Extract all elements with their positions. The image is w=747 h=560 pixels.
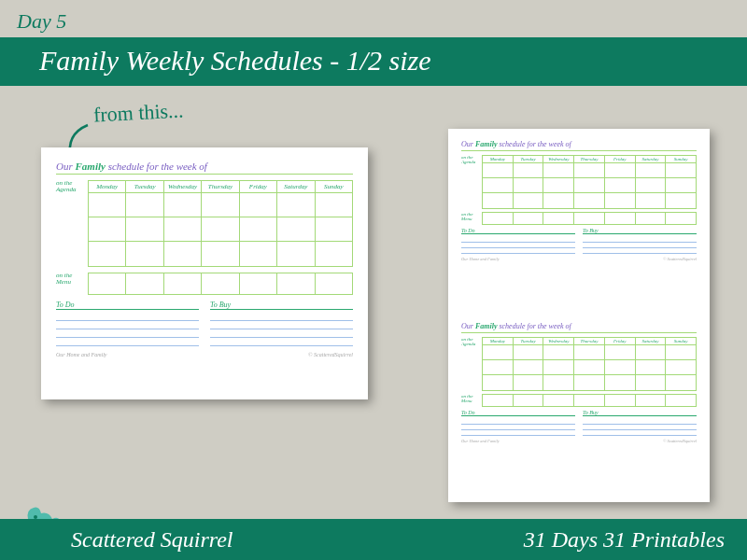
agenda-row (483, 375, 696, 390)
agenda-row (483, 163, 696, 178)
title-prefix: Our (461, 322, 475, 330)
list-line (210, 313, 353, 321)
title-bar: Family Weekly Schedules - 1/2 size (0, 37, 747, 86)
tobuy-label: To Buy (583, 228, 697, 234)
agenda-label: on the Agenda (461, 337, 478, 391)
sheet-half-size: Our Family schedule for the week of on t… (448, 129, 710, 502)
footer-right: © ScatteredSquirrel (308, 352, 353, 357)
todo-label: To Do (461, 228, 575, 234)
menu-grid (88, 273, 353, 295)
header: Day 5 Family Weekly Schedules - 1/2 size (0, 0, 747, 93)
todo-column: To Do (461, 410, 575, 436)
agenda-row (89, 193, 352, 217)
sheet-title: Our Family schedule for the week of (56, 161, 353, 175)
agenda-label: on the Agenda (461, 155, 478, 209)
tobuy-label: To Buy (210, 301, 353, 310)
day-header: Monday (89, 181, 126, 193)
todo-label: To Do (56, 301, 199, 310)
day-header: Sunday (666, 338, 696, 345)
page-title: Family Weekly Schedules - 1/2 size (39, 45, 431, 76)
agenda-grid: MondayTuesdayWednesdayThursdayFridaySatu… (482, 155, 697, 209)
sheet-title: Our Family schedule for the week of (461, 322, 697, 333)
list-line (56, 321, 199, 329)
menu-label: on the Menu (56, 273, 82, 295)
sheet-title: Our Family schedule for the week of (461, 140, 697, 151)
agenda-row (483, 360, 696, 375)
tobuy-label: To Buy (583, 410, 697, 416)
list-line (210, 329, 353, 338)
day-header: Friday (240, 181, 277, 193)
day-header: Thursday (574, 156, 605, 163)
footer-left: Our Home and Family (461, 439, 500, 443)
footer-left: Our Home and Family (56, 352, 107, 357)
agenda-grid: Monday Tuesday Wednesday Thursday Friday… (88, 180, 353, 267)
list-line (210, 338, 353, 346)
sheet-full-size: Our Family schedule for the week of on t… (41, 147, 368, 399)
footer-right: © ScatteredSquirrel (663, 439, 697, 443)
tobuy-column: To Buy (583, 228, 697, 254)
agenda-header-row: MondayTuesdayWednesdayThursdayFridaySatu… (483, 338, 696, 345)
half-sheet-top: Our Family schedule for the week of on t… (461, 140, 697, 309)
sheet-footer: Our Home and Family © ScatteredSquirrel (461, 439, 697, 443)
title-family: Family (75, 161, 105, 172)
agenda-label: on the Agenda (56, 180, 82, 267)
footer-left: Our Home and Family (461, 257, 500, 261)
agenda-header-row: MondayTuesdayWednesdayThursdayFridaySatu… (483, 156, 696, 163)
todo-column: To Do (56, 301, 199, 346)
agenda-row (483, 178, 696, 193)
lists-section: To Do To Buy (56, 301, 353, 346)
day-header: Saturday (636, 338, 667, 345)
day-header: Tuesday (514, 338, 544, 345)
agenda-row (483, 193, 696, 208)
title-family: Family (475, 322, 498, 330)
lists-section: To Do To Buy (461, 228, 697, 254)
todo-label: To Do (461, 410, 575, 416)
day-header: Sunday (666, 156, 696, 163)
day-header: Tuesday (126, 181, 163, 193)
menu-label: on the Menu (461, 394, 478, 407)
day-header: Wednesday (543, 156, 574, 163)
menu-grid (482, 212, 697, 225)
annotation-from: from this... (92, 98, 184, 127)
day-tag: Day 5 (0, 0, 747, 34)
list-line (56, 329, 199, 338)
tobuy-column: To Buy (583, 410, 697, 436)
tobuy-column: To Buy (210, 301, 353, 346)
brand-name: Scattered Squirrel (71, 527, 233, 553)
title-family: Family (475, 140, 498, 148)
day-header: Thursday (202, 181, 239, 193)
day-header: Wednesday (543, 338, 574, 345)
title-suffix: schedule for the week of (497, 322, 571, 330)
agenda-grid: MondayTuesdayWednesdayThursdayFridaySatu… (482, 337, 697, 391)
lists-section: To Do To Buy (461, 410, 697, 436)
todo-column: To Do (461, 228, 575, 254)
list-line (210, 321, 353, 329)
day-header: Saturday (277, 181, 315, 193)
day-header: Tuesday (514, 156, 544, 163)
title-suffix: schedule for the week of (106, 161, 207, 172)
series-name: 31 Days 31 Printables (524, 527, 725, 553)
footer-right: © ScatteredSquirrel (663, 257, 697, 261)
day-header: Monday (483, 338, 514, 345)
day-header: Sunday (316, 181, 352, 193)
day-header: Saturday (636, 156, 667, 163)
day-header: Friday (605, 338, 636, 345)
sheet-footer: Our Home and Family © ScatteredSquirrel (56, 352, 353, 357)
sheet-footer: Our Home and Family © ScatteredSquirrel (461, 257, 697, 261)
list-line (56, 338, 199, 346)
menu-grid (482, 394, 697, 407)
title-suffix: schedule for the week of (497, 140, 571, 148)
title-prefix: Our (56, 161, 75, 172)
agenda-row (89, 242, 352, 266)
footer-bar: Scattered Squirrel 31 Days 31 Printables (0, 519, 747, 560)
day-header: Thursday (574, 338, 605, 345)
menu-label: on the Menu (461, 212, 478, 225)
day-header: Monday (483, 156, 514, 163)
title-prefix: Our (461, 140, 475, 148)
day-header: Wednesday (164, 181, 202, 193)
agenda-row (89, 217, 352, 242)
half-sheet-bottom: Our Family schedule for the week of on t… (461, 322, 697, 491)
agenda-header-row: Monday Tuesday Wednesday Thursday Friday… (89, 181, 352, 193)
agenda-row (483, 345, 696, 360)
list-line (56, 313, 199, 321)
